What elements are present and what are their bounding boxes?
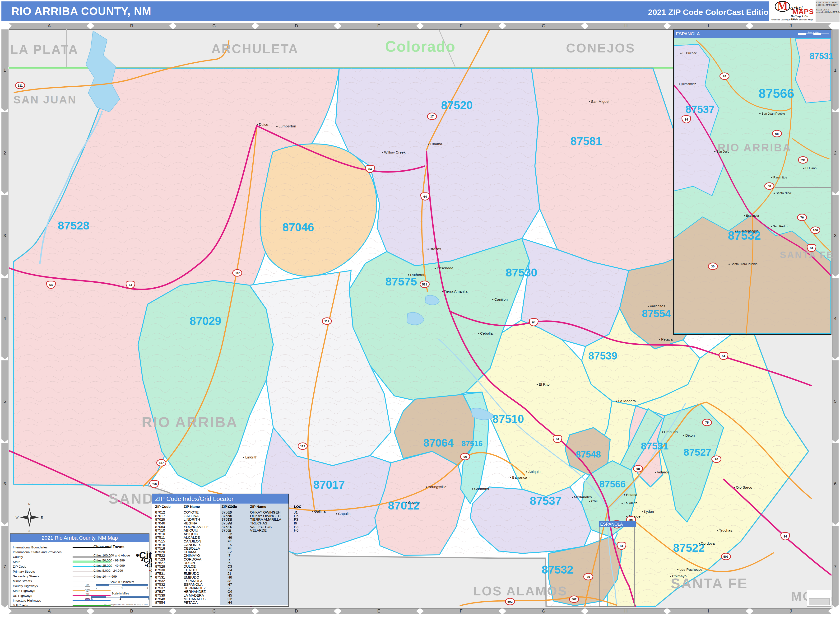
town-label: Canones	[472, 487, 489, 491]
grid-letter-tab: G	[503, 23, 584, 29]
grid-letter-tab: J	[750, 608, 831, 614]
grid-number-tab: 4	[832, 278, 839, 360]
grid-letter-tab: E	[338, 608, 419, 614]
logo-contact: CALL US TOLL FREE! 1-888-434-MAPS (6277)…	[816, 0, 840, 22]
town-label: Santo Nino	[774, 191, 791, 195]
town-label: Cordova	[699, 541, 715, 546]
grid-numbers-right: 1234567	[832, 30, 839, 608]
zip-index-row: 87554PETACAH4	[155, 601, 239, 604]
zip-index-cell: PETACA	[184, 601, 227, 604]
grid-letter-tab: C	[173, 608, 255, 614]
town-label: Dulce	[257, 123, 268, 127]
legend-copyright: 2021 © Intelligent Direct, Inc., Wellsbo…	[104, 604, 147, 605]
legend-city-row: Cities 10 - 4,999•City	[93, 575, 157, 578]
legend-city-label: Cities 5,000 - 24,999	[93, 569, 123, 573]
grid-letter-tab: B	[91, 608, 172, 614]
town-label: San Miguel	[589, 99, 609, 104]
town-label: Velarde	[655, 470, 669, 474]
town-label: Willow Creek	[382, 150, 405, 155]
page-title: RIO ARRIBA COUNTY, NM	[11, 5, 151, 18]
grid-number-tab: 3	[1, 195, 8, 277]
town-label: Los Pachecos	[677, 567, 702, 572]
legend-label: Interstate Highways	[13, 599, 72, 602]
grid-numbers-left: 1234567	[1, 30, 8, 608]
town-label: Chili	[589, 499, 598, 503]
grid-letter-tab: E	[338, 23, 419, 29]
zip-index-cell: 87554	[155, 601, 184, 604]
logo-maps: MAPS	[792, 7, 814, 16]
town-label: Cebolla	[478, 331, 493, 335]
state-highway-shield: 112	[298, 443, 308, 450]
zip-index-cell: 87582	[221, 528, 250, 532]
grid-letter-tab: A	[9, 23, 90, 29]
town-label: Santa Clara Pueblo	[728, 262, 757, 266]
legend-city-row: Cities 25,000 - 49,999•City	[93, 562, 157, 569]
legend-route-badge: 123	[85, 598, 90, 601]
state-highway-shield: 503	[721, 553, 731, 560]
town-label: Vallecitos	[648, 304, 665, 308]
town-label: Petaca	[659, 337, 672, 341]
state-highway-shield: 502	[505, 598, 515, 605]
grid-letter-tab: C	[173, 23, 255, 29]
logo-wordmark: Market MAPS On Target. On Time. America'…	[771, 0, 816, 22]
legend-route-badge: 123	[85, 584, 90, 587]
town-label: Lyden	[642, 509, 654, 514]
town-label: La Madera	[616, 399, 636, 403]
inset-title: ESPANOLA	[676, 31, 700, 37]
scale-miles: Scale in Miles 048	[91, 592, 149, 601]
town-label: El Duende	[680, 51, 697, 55]
town-label: El Rito	[536, 382, 550, 387]
email-label: EMAIL US AT:	[816, 9, 839, 11]
grid-letters-top: ABCDEFGHIJ	[9, 23, 831, 29]
legend-city-label: Cities 10 - 4,999	[93, 575, 117, 578]
grid-number-tab: 4	[1, 278, 8, 360]
town-label: Coyote	[406, 500, 420, 505]
town-label: Chimayo	[670, 574, 687, 578]
grid-letter-tab: G	[503, 608, 584, 614]
legend-label: State	[13, 560, 72, 564]
state-highway-shield: 17	[427, 113, 437, 120]
zip-index-cell: VELARDE	[250, 528, 294, 532]
zip-index-header: ZIP CodeZIP NameLOC	[221, 505, 306, 509]
grid-letter-tab: H	[585, 608, 667, 614]
legend-label: Minor Streets	[13, 579, 72, 583]
grid-letters-bottom: ABCDEFGHIJ	[9, 608, 831, 614]
state-highway-shield: 112	[322, 317, 332, 325]
legend-label: International States and Provinces	[13, 550, 72, 554]
grid-number-tab: 2	[832, 112, 839, 194]
grid-number-tab: 6	[832, 443, 839, 525]
zip-index-col-header: ZIP Code	[155, 505, 184, 509]
legend-label: Toll Roads	[13, 604, 72, 607]
legend-label: ZIP Code	[13, 565, 72, 568]
map-legend: 2021 Rio Arriba County, NM Map Internati…	[10, 533, 149, 607]
inset-title-bar: ESPANOLA Scale in Miles	[674, 30, 831, 38]
legend-route-badge: 123	[85, 593, 90, 596]
grid-number-tab: 6	[1, 443, 8, 525]
map-sheet: RIO ARRIBA COUNTY, NM 2021 ZIP Code Colo…	[0, 0, 840, 617]
grid-number-tab: 1	[1, 30, 8, 111]
grid-number-tab: 2	[1, 112, 8, 194]
state-highway-shield: 74	[719, 72, 729, 80]
state-highway-shield: 75	[702, 419, 712, 426]
zip-index-title: ZIP Code Index/Grid Locator	[152, 494, 289, 503]
espanola-inset-marker: ESPANOLA	[599, 521, 636, 527]
state-highway-shield: 96	[460, 453, 470, 461]
town-label: Abiquiu	[526, 469, 541, 474]
legend-label: State Highways	[13, 589, 72, 593]
zip-index-cell: H6	[294, 528, 306, 532]
town-label: Gallina	[312, 509, 326, 514]
legend-label: Secondary Streets	[13, 574, 72, 578]
zip-index-col-header: ZIP Name	[250, 505, 294, 509]
zip-index-row: 87582VELARDEH6	[221, 528, 306, 532]
state-highway-shield: 68	[764, 183, 774, 190]
state-highway-shield: 502	[569, 596, 579, 603]
legend-label: Primary Streets	[13, 570, 72, 573]
legend-cities-header: Cities and Towns	[93, 545, 124, 549]
grid-letter-tab: H	[585, 23, 667, 29]
state-highway-shield: 537	[156, 459, 166, 466]
state-highway-shield: 30	[708, 263, 718, 270]
state-highway-shield: 511	[15, 82, 25, 89]
town-label: Ranchitos	[771, 176, 787, 179]
legend-label: International Boundaries	[13, 546, 72, 549]
legend-label: US Highways	[13, 594, 72, 598]
